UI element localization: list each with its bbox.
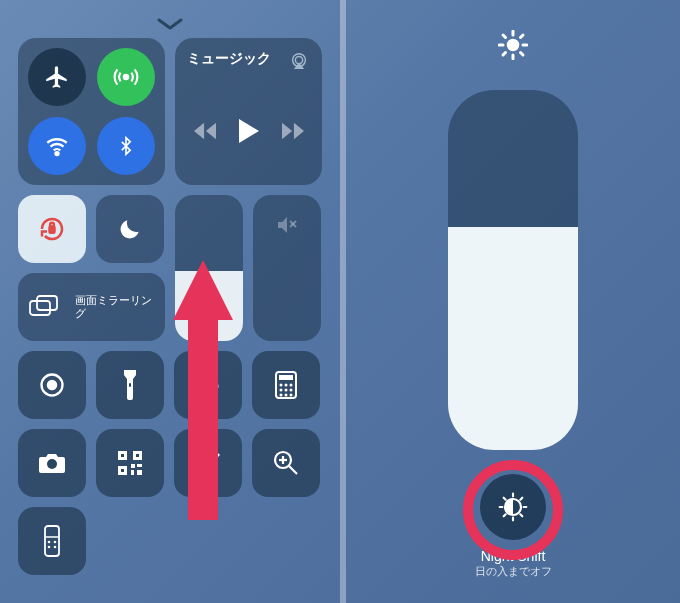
dismiss-chevron[interactable] [18,18,322,32]
svg-point-56 [54,546,57,549]
svg-point-35 [47,459,57,469]
orientation-lock-toggle[interactable] [18,195,86,263]
night-shift-subtitle: 日の入までオフ [475,564,552,579]
notes-button[interactable] [174,429,242,497]
forward-button[interactable] [282,122,304,140]
brightness-large-fill [448,227,578,450]
svg-rect-25 [279,375,293,380]
play-button[interactable] [238,119,260,143]
svg-point-29 [280,389,283,392]
magnifier-button[interactable] [252,429,320,497]
svg-point-19 [47,380,58,391]
svg-point-32 [280,394,283,397]
airplay-icon[interactable] [288,50,310,72]
svg-rect-43 [137,464,142,467]
qr-code-button[interactable] [96,429,164,497]
svg-point-34 [290,394,293,397]
bluetooth-toggle[interactable] [97,117,155,175]
svg-point-28 [290,384,293,387]
svg-rect-45 [137,470,142,475]
svg-point-27 [285,384,288,387]
night-shift-icon [497,491,529,523]
svg-rect-41 [121,469,124,472]
svg-rect-4 [50,227,55,233]
svg-line-65 [521,35,524,38]
screen-mirroring-label: 画面ミラーリング [75,294,155,320]
connectivity-module[interactable] [18,38,165,185]
svg-point-55 [48,546,51,549]
svg-rect-20 [129,383,131,387]
svg-point-7 [205,312,212,319]
svg-rect-39 [121,454,124,457]
brightness-slider[interactable] [175,195,243,341]
screen-record-button[interactable] [18,351,86,419]
record-icon [38,371,66,399]
compose-icon [195,450,221,476]
svg-rect-51 [45,526,59,556]
calculator-button[interactable] [252,351,320,419]
music-module[interactable]: ミュージック [175,38,322,185]
wifi-toggle[interactable] [28,117,86,175]
svg-line-14 [203,321,205,323]
svg-line-13 [214,321,216,323]
svg-point-26 [280,384,283,387]
svg-line-64 [503,53,506,56]
svg-rect-5 [30,301,50,315]
timer-button[interactable] [174,351,242,419]
calculator-icon [275,371,297,399]
svg-rect-44 [131,470,134,475]
screen-mirroring-button[interactable]: 画面ミラーリング [18,273,165,341]
do-not-disturb-toggle[interactable] [96,195,164,263]
svg-line-72 [520,514,522,516]
apple-tv-remote-button[interactable] [18,507,86,575]
svg-rect-40 [136,454,139,457]
brightness-indicator-icon [498,30,528,60]
svg-line-48 [289,466,297,474]
svg-line-62 [503,35,506,38]
control-center-panel: ミュージック [0,0,340,603]
svg-point-31 [290,389,293,392]
music-title: ミュージック [187,50,271,68]
brightness-detail-panel: Night Shift 日の入までオフ [340,0,680,603]
svg-point-54 [54,541,57,544]
brightness-icon [198,305,220,327]
magnifier-icon [272,449,300,477]
svg-rect-42 [131,464,135,468]
svg-point-21 [199,377,218,396]
svg-point-0 [124,75,128,79]
svg-line-12 [203,310,205,312]
brightness-slider-large[interactable] [448,90,578,450]
svg-line-63 [521,53,524,56]
svg-point-33 [285,394,288,397]
svg-line-74 [520,498,522,500]
svg-point-30 [285,389,288,392]
svg-point-1 [55,152,58,155]
svg-line-15 [214,310,216,312]
night-shift-title: Night Shift [481,548,546,564]
svg-point-57 [507,39,520,52]
volume-slider[interactable] [253,195,321,341]
night-shift-button[interactable] [480,474,546,540]
flashlight-button[interactable] [96,351,164,419]
cellular-data-toggle[interactable] [97,48,155,106]
airplane-mode-toggle[interactable] [28,48,86,106]
svg-point-53 [48,541,51,544]
camera-button[interactable] [18,429,86,497]
rewind-button[interactable] [194,122,216,140]
qr-icon [117,450,143,476]
flashlight-icon [122,370,138,400]
svg-line-71 [504,498,506,500]
svg-rect-6 [37,296,57,310]
mute-icon [275,213,299,237]
camera-icon [37,451,67,475]
svg-line-73 [504,514,506,516]
remote-icon [44,525,60,557]
timer-icon [194,371,222,399]
